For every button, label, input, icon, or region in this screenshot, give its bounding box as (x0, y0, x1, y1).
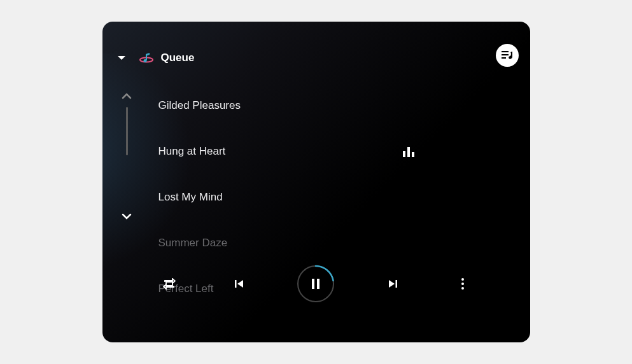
svg-point-5 (509, 56, 512, 59)
queue-title: Queue (161, 52, 195, 64)
now-playing-icon (403, 146, 416, 157)
track-title: Summer Daze (158, 237, 228, 249)
progress-ring (297, 265, 335, 303)
svg-rect-11 (395, 280, 397, 288)
more-vertical-icon (461, 278, 464, 290)
playback-controls (102, 265, 530, 303)
playlist-button[interactable] (496, 44, 519, 67)
more-button[interactable] (450, 271, 475, 297)
app-logo-icon (139, 51, 153, 65)
next-button[interactable] (380, 271, 405, 297)
svg-rect-4 (502, 57, 506, 59)
repeat-button[interactable] (157, 271, 182, 297)
svg-point-1 (143, 59, 146, 62)
scroll-down-button[interactable] (119, 209, 134, 224)
repeat-icon (163, 278, 176, 290)
collapse-button[interactable] (114, 50, 129, 66)
track-title: Hung at Heart (158, 145, 226, 158)
chevron-down-icon (117, 55, 126, 61)
skip-next-icon (388, 279, 398, 289)
playlist-icon (501, 50, 514, 61)
chevron-up-icon (122, 93, 132, 99)
svg-rect-6 (235, 280, 237, 288)
scroll-indicator (126, 107, 128, 155)
queue-item[interactable]: Hung at Heart (158, 129, 492, 174)
music-player-panel: Queue Gilded Pleasures Hung at Heart (102, 22, 530, 342)
play-pause-button[interactable] (297, 265, 335, 303)
track-title: Lost My Mind (158, 191, 223, 204)
scroll-up-button[interactable] (119, 88, 134, 104)
queue-item[interactable]: Gilded Pleasures (158, 83, 492, 129)
previous-button[interactable] (227, 271, 252, 297)
skip-previous-icon (234, 279, 244, 289)
chevron-down-icon (122, 213, 132, 220)
queue-item[interactable]: Summer Daze (158, 220, 492, 266)
track-title: Gilded Pleasures (158, 99, 241, 112)
svg-rect-2 (502, 51, 509, 52)
svg-rect-3 (502, 54, 509, 55)
queue-item[interactable]: Lost My Mind (158, 174, 492, 220)
player-header: Queue (102, 45, 530, 71)
